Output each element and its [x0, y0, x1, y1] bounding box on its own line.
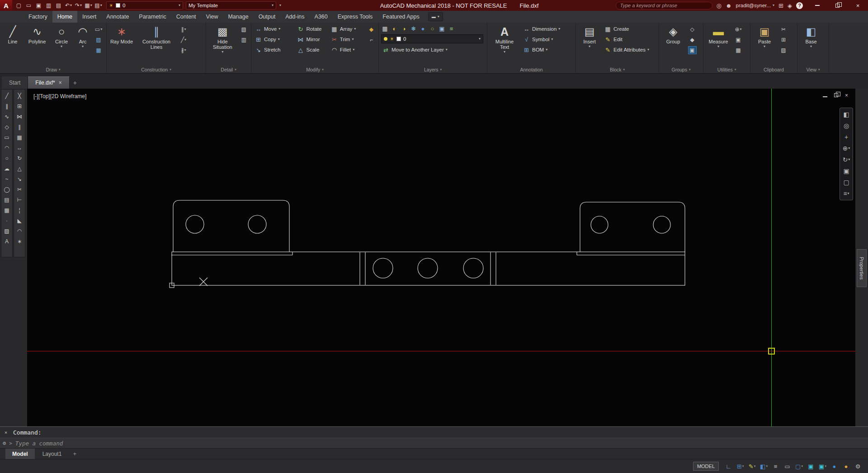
menu-tab-manage[interactable]: Manage — [223, 11, 253, 23]
layer-off-icon[interactable]: ● — [419, 25, 427, 33]
rectangle-tool-icon[interactable]: ▭ — [2, 133, 11, 142]
drafting-grid-icon[interactable]: ∟ — [724, 462, 733, 471]
quick-calc-button[interactable]: ▦ — [734, 46, 743, 54]
menu-tab-output[interactable]: Output — [254, 11, 281, 23]
qat-customize-button[interactable]: ▾ — [279, 4, 281, 7]
menu-tab-add-ins[interactable]: Add-ins — [280, 11, 309, 23]
menu-tab-insert[interactable]: Insert — [77, 11, 101, 23]
look-icon[interactable]: ▢ — [843, 179, 849, 185]
panel-label-block[interactable]: Block▾ — [576, 66, 659, 73]
measure-button[interactable]: ▬ Measure ▾ — [706, 24, 731, 66]
trim-tool-icon[interactable]: ✂ — [15, 185, 24, 194]
panel-label-detail[interactable]: Detail▾ — [206, 66, 251, 73]
menu-tab-content[interactable]: Content — [171, 11, 201, 23]
panel-label-annotation[interactable]: Annotation — [487, 66, 576, 73]
new-file-button[interactable]: ▢ — [14, 1, 24, 10]
menu-tab-home[interactable]: Home — [52, 11, 77, 23]
ellipse-tool-icon[interactable]: ◯ — [2, 185, 11, 194]
ray-mode-button[interactable]: ∗ Ray Mode — [109, 24, 134, 66]
line-tool-icon[interactable]: ╱ — [2, 91, 11, 100]
menu-tab-a360[interactable]: A360 — [310, 11, 333, 23]
offset-tool-icon[interactable]: ∥ — [15, 123, 24, 131]
workspace-monitor-icon[interactable]: ▢▾ — [794, 462, 804, 471]
panel-label-modify[interactable]: Modify▾ — [251, 66, 378, 73]
mirror-tool-icon[interactable]: ⋈ — [15, 112, 24, 121]
customization-icon[interactable]: ⚙ — [853, 462, 863, 471]
snap-mode-icon[interactable]: ⊞▾ — [736, 462, 745, 471]
modify-extra-a-button[interactable]: ◆ — [367, 25, 376, 33]
menu-tab-factory[interactable]: Factory — [24, 11, 52, 23]
hide-situation-button[interactable]: ▩ Hide Situation ▾ — [208, 24, 237, 66]
viewport-minimize-button[interactable] — [823, 92, 827, 99]
print-button[interactable]: ▤ — [54, 1, 63, 10]
menu-tab-view[interactable]: View — [201, 11, 223, 23]
help-button[interactable]: ? — [796, 2, 803, 9]
revcloud-tool-icon[interactable]: ☁ — [2, 164, 11, 173]
isodraft-icon[interactable]: ◧▾ — [759, 462, 769, 471]
viewport-restore-button[interactable] — [834, 92, 838, 99]
extend-tool-icon[interactable]: ⊢ — [15, 195, 24, 204]
layer-unisolate-icon[interactable]: ◑ — [400, 25, 408, 33]
bom-button[interactable]: ⊞BOM▾ — [522, 45, 572, 55]
circle-tool-icon[interactable]: ○ — [2, 154, 11, 162]
viewport-close-button[interactable]: × — [845, 92, 848, 99]
edit-block-button[interactable]: ✎Edit — [603, 34, 656, 44]
layer-on-icon[interactable]: ○ — [429, 25, 436, 33]
model-tab[interactable]: Model — [5, 449, 35, 459]
panel-label-view[interactable]: View▾ — [797, 66, 829, 73]
save-button[interactable]: ▣ — [34, 1, 43, 10]
construction-line-tool-icon[interactable]: ∥ — [2, 102, 11, 110]
file-dxf-tab[interactable]: File.dxf* × — [28, 76, 69, 89]
layer-dropdown[interactable]: ☀ 0 ▾ — [381, 34, 483, 43]
full-navigation-wheel-icon[interactable]: ◎ — [844, 123, 849, 129]
save-as-button[interactable]: ▥ — [44, 1, 53, 10]
start-tab[interactable]: Start — [2, 76, 28, 89]
lineweight-icon[interactable]: ▭ — [783, 462, 792, 471]
viewcube-home-icon[interactable]: ◧ — [843, 111, 849, 118]
exchange-apps-icon[interactable]: ◈ — [788, 2, 792, 9]
orbit-icon[interactable]: ↻▾ — [843, 156, 850, 163]
copy-button[interactable]: ⊞Copy▾ — [254, 34, 294, 44]
construction-lines-button[interactable]: ∥ Construction Lines — [137, 24, 176, 66]
scale-button[interactable]: △Scale — [296, 45, 327, 55]
array-tool-icon[interactable]: ▦ — [15, 133, 24, 142]
hatch-button[interactable]: ▨ — [94, 36, 103, 44]
stretch-tool-icon[interactable]: ↘ — [15, 175, 24, 183]
rotate-tool-icon[interactable]: ↻ — [15, 154, 24, 162]
plot-preview-button[interactable]: ▦▾ — [84, 1, 93, 10]
rectangle-button[interactable]: ▭▾ — [94, 25, 103, 33]
match-properties-button[interactable]: ▨ — [779, 46, 788, 54]
polygon-tool-icon[interactable]: ◇ — [2, 123, 11, 131]
fillet-tool-icon[interactable]: ◠ — [15, 227, 24, 235]
group-button[interactable]: ◈ Group — [661, 24, 685, 66]
layer-match-icon[interactable]: ≡ — [448, 25, 455, 33]
viewport-controls-label[interactable]: [-][Top][2D Wireframe] — [33, 93, 86, 99]
arc-button[interactable]: ◠ Arc ▾ — [74, 24, 91, 66]
model-space-button[interactable]: MODEL — [693, 462, 719, 471]
quick-view-layouts-icon[interactable]: ▣▾ — [818, 462, 827, 471]
menu-tab-parametric[interactable]: Parametric — [134, 11, 171, 23]
stretch-button[interactable]: ↘Stretch — [254, 45, 294, 55]
ortho-draw-icon[interactable]: ✎▾ — [747, 462, 757, 471]
layer-properties-icon[interactable]: ▦ — [381, 25, 389, 33]
navbar-menu-icon[interactable]: ≡▾ — [843, 190, 849, 197]
explode-tool-icon[interactable]: ∗ — [15, 237, 24, 246]
create-block-button[interactable]: ▦Create — [603, 24, 656, 34]
panel-label-layers[interactable]: Layers▾ — [379, 66, 487, 73]
mtext-tool-icon[interactable]: A — [2, 237, 11, 246]
undo-button[interactable]: ↶▾ — [64, 1, 73, 10]
copy-clip-button[interactable]: ⊞ — [779, 36, 788, 44]
showmotion-icon[interactable]: ▣ — [843, 168, 849, 174]
properties-palette-tab[interactable]: Properties — [857, 249, 867, 287]
restore-button[interactable] — [827, 0, 848, 11]
gradient-button[interactable]: ▦ — [94, 46, 103, 54]
ungroup-button[interactable]: ◆ — [688, 36, 697, 44]
annotation-scale-icon[interactable]: ● — [830, 462, 839, 471]
isolate-objects-icon[interactable]: ● — [841, 462, 851, 471]
group-manager-button[interactable]: ▣ — [688, 46, 697, 54]
menu-tab-featured-apps[interactable]: Featured Apps — [377, 11, 424, 23]
circle-button[interactable]: ○ Circle ▾ — [51, 24, 72, 66]
array-button[interactable]: ▦Array▾ — [330, 24, 364, 34]
drawing-canvas[interactable]: [-][Top][2D Wireframe] × — [27, 89, 855, 426]
rotate-button[interactable]: ↻Rotate — [296, 24, 327, 34]
